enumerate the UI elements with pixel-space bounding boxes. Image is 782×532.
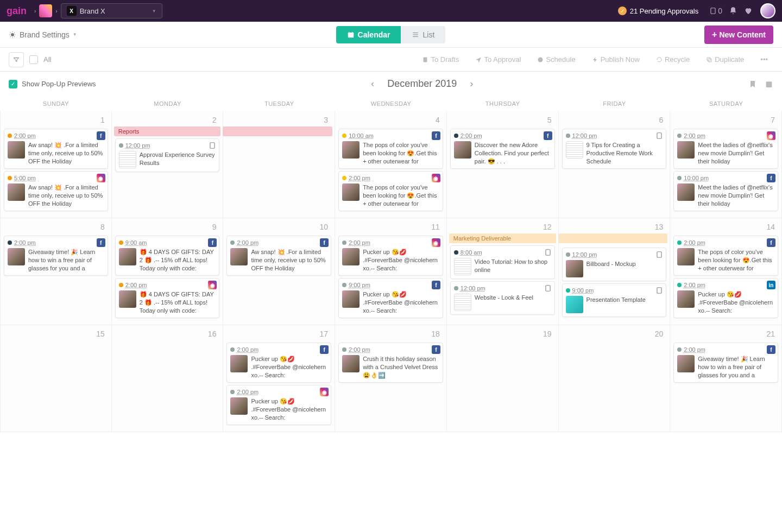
calendar-cell[interactable]: 3 [223,111,335,218]
calendar-banner[interactable]: Reports [114,126,221,136]
calendar-cell[interactable]: 12Marketing Deliverable8:00 amVideo Tuto… [447,218,559,325]
event-card[interactable]: 8:00 amVideo Tutorial: How to shop onlin… [450,245,555,279]
event-thumbnail [230,397,248,415]
day-number: 6 [561,113,668,126]
event-card-body: Meet the ladies of @netflix's new movie … [677,141,774,165]
event-card[interactable]: 2:00 pmfCrush it this holiday season wit… [338,343,443,383]
event-card[interactable]: 12:00 pm9 Tips for Creating a Productive… [562,129,667,169]
event-card[interactable]: 2:00 pmfAw snap! 💥 .For a limited time o… [226,236,331,276]
recycle-icon [656,56,663,63]
brand-settings-label: Brand Settings [20,30,70,39]
status-dot [8,134,12,138]
event-text: Pucker up 😘💋 .#ForeverBabe @nicolehern x… [251,397,327,421]
brand-selector[interactable]: X Brand X ▼ [61,3,162,18]
event-card[interactable]: 2:00 pmfPucker up 😘💋 .#ForeverBabe @nico… [226,343,331,383]
event-card[interactable]: 12:00 pmWebsite - Look & Feel [450,281,555,315]
calendar-cell[interactable]: 410:00 amfThe pops of color you've been … [335,111,447,218]
event-card[interactable]: 9:00 pmPresentation Template [562,283,667,317]
event-thumbnail [8,141,25,159]
calendar-cell[interactable]: 99:00 amf🎁 4 DAYS OF GIFTS: DAY 2 🎁 .-- … [112,218,224,325]
to-approval-button[interactable]: To Approval [470,53,526,66]
bell-icon[interactable] [729,7,737,15]
today-icon[interactable] [765,80,773,88]
event-card[interactable]: 10:00 pmfMeet the ladies of @netflix's n… [673,171,778,211]
filter-button[interactable] [9,52,24,67]
to-drafts-button[interactable]: To Drafts [417,53,464,66]
event-text: 🎁 4 DAYS OF GIFTS: DAY 2 🎁 .-- 15% off A… [140,248,216,272]
event-card[interactable]: 2:00 pm◉The pops of color you've been lo… [338,171,443,211]
calendar-cell[interactable]: 172:00 pmfPucker up 😘💋 .#ForeverBabe @ni… [223,325,335,432]
fb-icon: f [432,345,440,354]
event-card[interactable]: 2:00 pm◉Pucker up 😘💋 .#ForeverBabe @nico… [338,236,443,276]
event-card[interactable]: 2:00 pm◉Meet the ladies of @netflix's ne… [673,129,778,169]
send-icon [475,56,482,63]
next-month-button[interactable]: › [470,78,473,90]
event-card[interactable]: 12:00 pmBillboard - Mockup [562,248,667,281]
select-all-checkbox[interactable] [29,55,38,64]
event-time: 2:00 pm [237,346,258,353]
calendar-cell[interactable]: 142:00 pmfThe pops of color you've been … [670,218,782,325]
event-card[interactable]: 2:00 pmfThe pops of color you've been lo… [673,236,778,276]
calendar-cell[interactable]: 102:00 pmfAw snap! 💥 .For a limited time… [223,218,335,325]
calendar-cell[interactable]: 82:00 pmfGiveaway time! 🎉 Learn how to w… [0,218,112,325]
event-card[interactable]: 9:00 amf🎁 4 DAYS OF GIFTS: DAY 2 🎁 .-- 1… [115,236,220,276]
heart-icon[interactable] [744,7,753,15]
event-card[interactable]: 10:00 amfThe pops of color you've been l… [338,129,443,169]
event-card[interactable]: 2:00 pmfAw snap! 💥 .For a limited time o… [4,129,108,169]
calendar-cell[interactable]: 72:00 pm◉Meet the ladies of @netflix's n… [670,111,782,218]
bookmark-icon[interactable] [748,80,757,88]
brand-settings-button[interactable]: Brand Settings ▼ [9,30,77,39]
event-time: 5:00 pm [14,175,36,181]
clipboard-icon[interactable]: 0 [709,7,722,15]
more-button[interactable]: ••• [755,53,773,66]
schedule-button[interactable]: Schedule [532,53,581,66]
day-header: WEDNESDAY [335,100,447,107]
calendar-cell[interactable]: 12:00 pmfAw snap! 💥 .For a limited time … [0,111,112,218]
svg-rect-10 [545,286,550,292]
popup-previews-checkbox[interactable]: ✓ [9,80,17,88]
event-card[interactable]: 2:00 pmfGiveaway time! 🎉 Learn how to wi… [673,343,778,383]
prev-month-button[interactable]: ‹ [371,78,374,90]
day-header: MONDAY [112,100,224,107]
calendar-view-button[interactable]: Calendar [336,26,401,43]
list-view-button[interactable]: List [401,26,445,43]
status-dot [8,176,12,180]
event-card[interactable]: 12:00 pmApproval Experience Survey Resul… [115,138,220,172]
calendar-banner-extension[interactable] [558,233,668,243]
event-card-body: 🎁 4 DAYS OF GIFTS: DAY 2 🎁 .-- 15% off A… [119,248,216,272]
event-text: Aw snap! 💥 .For a limited time only, rec… [28,183,104,207]
event-text: The pops of color you've been looking fo… [363,183,439,207]
event-card[interactable]: 9:00 pmfPucker up 😘💋 .#ForeverBabe @nico… [338,278,443,318]
workspace-icon[interactable] [39,4,52,17]
event-time: 2:00 pm [349,175,370,181]
calendar-cell[interactable]: 16 [112,325,224,432]
event-card[interactable]: 2:00 pmfGiveaway time! 🎉 Learn how to wi… [4,236,108,276]
event-card[interactable]: 5:00 pm◉Aw snap! 💥 .For a limited time o… [4,171,108,211]
calendar-cell[interactable]: 52:00 pmfDiscover the new Adore Collecti… [447,111,559,218]
event-card-head: 8:00 am [454,249,551,256]
document-icon [544,248,552,257]
calendar-cell[interactable]: 112:00 pm◉Pucker up 😘💋 .#ForeverBabe @ni… [335,218,447,325]
calendar-cell[interactable]: 19 [447,325,559,432]
new-content-button[interactable]: + New Content [704,26,773,44]
calendar-cell[interactable]: 20 [559,325,671,432]
logo[interactable]: gain [7,5,27,17]
recycle-button[interactable]: Recycle [651,53,695,66]
publish-now-button[interactable]: Publish Now [586,53,645,66]
day-number: 16 [114,327,221,340]
calendar-cell[interactable]: 2Reports12:00 pmApproval Experience Surv… [112,111,224,218]
duplicate-button[interactable]: Duplicate [701,53,749,66]
calendar-banner[interactable]: Marketing Deliverable [449,233,556,243]
event-card[interactable]: 2:00 pm◉🎁 4 DAYS OF GIFTS: DAY 2 🎁 .-- 1… [115,278,220,318]
event-card[interactable]: 2:00 pm◉Pucker up 😘💋 .#ForeverBabe @nico… [226,385,331,425]
calendar-cell[interactable]: 212:00 pmfGiveaway time! 🎉 Learn how to … [670,325,782,432]
calendar-banner-extension[interactable] [223,126,332,136]
event-card[interactable]: 2:00 pmfDiscover the new Adore Collectio… [450,129,555,169]
calendar-cell[interactable]: 15 [0,325,112,432]
calendar-cell[interactable]: 612:00 pm9 Tips for Creating a Productiv… [559,111,671,218]
calendar-cell[interactable]: 182:00 pmfCrush it this holiday season w… [335,325,447,432]
pending-approvals[interactable]: ✓ 21 Pending Approvals [618,7,698,15]
calendar-cell[interactable]: 1312:00 pmBillboard - Mockup9:00 pmPrese… [559,218,671,325]
user-avatar[interactable] [760,3,775,18]
event-card[interactable]: 2:00 pminPucker up 😘💋 .#ForeverBabe @nic… [673,278,778,318]
